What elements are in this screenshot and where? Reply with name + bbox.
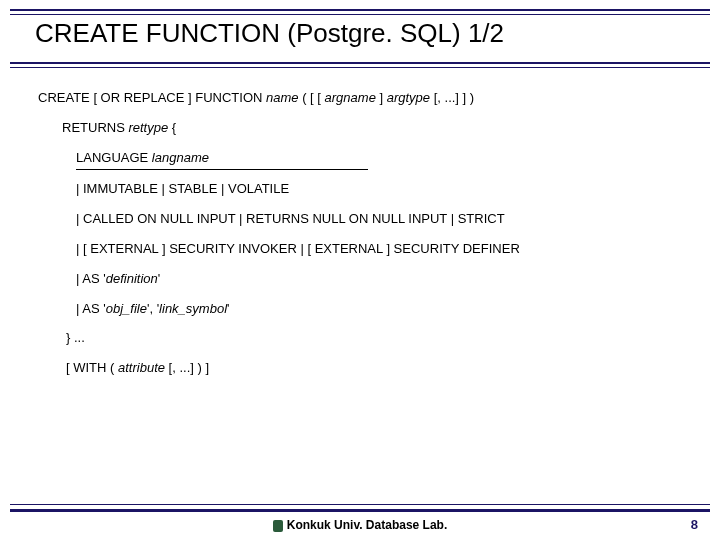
param-langname: langname [152,150,209,165]
text: ' [227,301,229,316]
top-divider [10,9,710,15]
syntax-line: LANGUAGE langname [38,148,690,171]
university-logo-icon [273,520,283,532]
syntax-line: | [ EXTERNAL ] SECURITY INVOKER | [ EXTE… [38,239,690,260]
param-objfile: obj_file [106,301,147,316]
text: RETURNS [62,120,128,135]
text: { [172,120,176,135]
syntax-line: } ... [38,328,690,349]
syntax-line: RETURNS rettype { [38,118,690,139]
syntax-line: | IMMUTABLE | STABLE | VOLATILE [38,179,690,200]
text: LANGUAGE [76,150,152,165]
param-rettype: rettype [128,120,171,135]
text: | AS ' [76,271,106,286]
syntax-line: | AS 'obj_file', 'link_symbol' [38,299,690,320]
slide-title: CREATE FUNCTION (Postgre. SQL) 1/2 [35,18,504,49]
param-attribute: attribute [118,360,165,375]
syntax-line: | AS 'definition' [38,269,690,290]
text: CREATE [ OR REPLACE ] FUNCTION [38,90,266,105]
text: ' [158,271,160,286]
text: | AS ' [76,301,106,316]
text: [, ...] ) ] [165,360,209,375]
underlined-text: LANGUAGE langname [76,148,368,171]
syntax-line: | CALLED ON NULL INPUT | RETURNS NULL ON… [38,209,690,230]
text: ] [376,90,387,105]
syntax-line: [ WITH ( attribute [, ...] ) ] [38,358,690,379]
page-number: 8 [691,517,698,532]
param-argname: argname [325,90,376,105]
param-definition: definition [106,271,158,286]
text: [ WITH ( [66,360,118,375]
footer-label: Konkuk Univ. Database Lab. [0,518,720,532]
text: [, ...] ] ) [430,90,474,105]
param-name: name [266,90,299,105]
syntax-line: CREATE [ OR REPLACE ] FUNCTION name ( [ … [38,88,690,109]
param-linksymbol: link_symbol [159,301,227,316]
text: ', ' [147,301,159,316]
title-divider [10,62,710,68]
param-argtype: argtype [387,90,430,105]
syntax-block: CREATE [ OR REPLACE ] FUNCTION name ( [ … [38,88,690,388]
footer-text: Konkuk Univ. Database Lab. [287,518,447,532]
footer-divider [10,504,710,512]
text: ( [ [ [299,90,325,105]
